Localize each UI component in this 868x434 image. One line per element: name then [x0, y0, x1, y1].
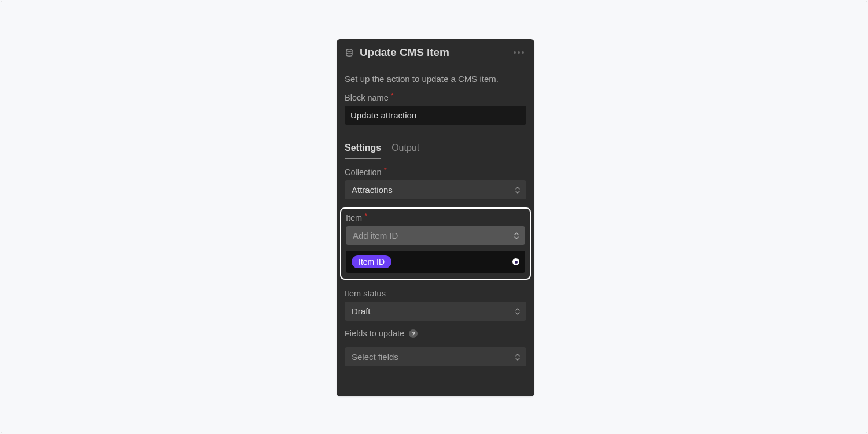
intro-section: Set up the action to update a CMS item. … [337, 66, 534, 133]
collection-label-text: Collection [345, 168, 382, 177]
token-radio-indicator[interactable] [512, 258, 519, 265]
panel-header: Update CMS item [337, 39, 534, 66]
item-placeholder: Add item ID [353, 231, 398, 240]
help-icon[interactable]: ? [409, 329, 418, 338]
fields-to-update-label: Fields to update ? [345, 329, 526, 338]
block-name-label-text: Block name [345, 93, 389, 102]
collection-field: Collection * Attractions [345, 168, 526, 199]
settings-body: Collection * Attractions Item * Add item… [337, 159, 534, 366]
block-name-label: Block name * [345, 93, 526, 102]
required-indicator: * [391, 92, 394, 99]
required-indicator: * [364, 212, 367, 220]
cms-icon [345, 48, 354, 57]
collection-select[interactable]: Attractions [345, 180, 526, 199]
tab-settings[interactable]: Settings [345, 143, 381, 159]
fields-to-update-label-text: Fields to update [345, 329, 404, 338]
panel-title: Update CMS item [360, 46, 511, 59]
fields-to-update-field: Fields to update ? Select fields [345, 329, 526, 366]
item-status-label-text: Item status [345, 289, 386, 298]
item-id-token[interactable]: Item ID [352, 255, 391, 268]
item-status-label: Item status [345, 289, 526, 298]
page-frame: Update CMS item Set up the action to upd… [1, 1, 867, 433]
block-name-input[interactable] [345, 106, 526, 125]
item-status-field: Item status Draft [345, 289, 526, 321]
item-select[interactable]: Add item ID [346, 226, 525, 245]
collection-label: Collection * [345, 168, 526, 177]
collection-value: Attractions [352, 185, 393, 195]
item-token-row[interactable]: Item ID [346, 251, 525, 273]
item-label: Item * [346, 213, 525, 222]
item-status-value: Draft [352, 306, 371, 316]
item-field-focus: Item * Add item ID Item ID [340, 207, 531, 280]
more-button[interactable] [511, 49, 526, 56]
required-indicator: * [384, 166, 387, 174]
fields-to-update-placeholder: Select fields [352, 352, 398, 362]
settings-panel: Update CMS item Set up the action to upd… [337, 39, 534, 396]
item-status-select[interactable]: Draft [345, 302, 526, 321]
tabs: Settings Output [337, 133, 534, 159]
fields-to-update-select[interactable]: Select fields [345, 347, 526, 366]
panel-description: Set up the action to update a CMS item. [345, 73, 526, 85]
item-label-text: Item [346, 213, 362, 222]
more-icon [514, 51, 524, 54]
tab-output[interactable]: Output [391, 143, 419, 159]
svg-point-0 [346, 49, 352, 51]
